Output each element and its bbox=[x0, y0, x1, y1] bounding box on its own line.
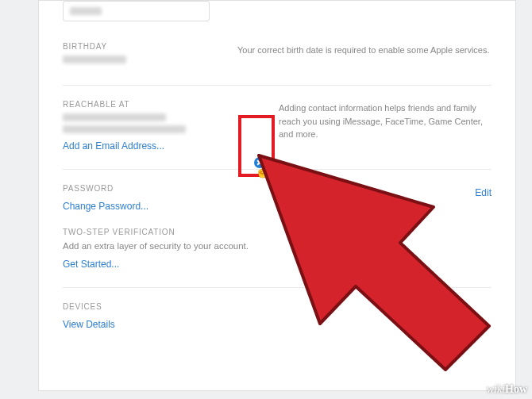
account-settings-panel: BIRTHDAY Your correct birth date is requ… bbox=[38, 0, 516, 391]
birthday-section: BIRTHDAY Your correct birth date is requ… bbox=[63, 28, 492, 86]
birthday-help-text: Your correct birth date is required to e… bbox=[237, 42, 492, 67]
change-security-questions-link[interactable]: Change Qu bbox=[277, 201, 326, 212]
devices-label: DEVICES bbox=[63, 302, 492, 311]
two-step-desc: Add an extra layer of security to your a… bbox=[63, 241, 492, 251]
birthday-value-redacted bbox=[63, 56, 126, 63]
reachable-email-2-redacted bbox=[63, 125, 186, 133]
edit-security-link[interactable]: Edit bbox=[475, 187, 492, 198]
two-step-label: TWO-STEP VERIFICATION bbox=[63, 228, 492, 236]
devices-section: DEVICES View Details bbox=[63, 288, 492, 347]
password-label: PASSWORD bbox=[63, 184, 277, 193]
birthday-label: BIRTHDAY bbox=[63, 42, 237, 51]
security-questions-label: SECURITY bbox=[277, 184, 492, 193]
two-step-get-started-link[interactable]: Get Started... bbox=[63, 259, 119, 270]
wikihow-watermark: wikiHow bbox=[487, 383, 527, 396]
name-input-partial[interactable] bbox=[63, 1, 210, 21]
remove-email-icon[interactable] bbox=[254, 157, 265, 168]
view-devices-link[interactable]: View Details bbox=[63, 319, 115, 330]
reachable-at-section: REACHABLE AT Add an Email Address... Add… bbox=[63, 86, 492, 170]
security-section: PASSWORD Change Password... SECURITY Cha… bbox=[63, 170, 492, 288]
reachable-help-text: Adding contact information helps friends… bbox=[237, 100, 492, 152]
reachable-email-1-redacted bbox=[63, 113, 166, 121]
change-password-link[interactable]: Change Password... bbox=[63, 201, 148, 212]
add-email-link[interactable]: Add an Email Address... bbox=[63, 140, 164, 152]
reachable-at-label: REACHABLE AT bbox=[63, 100, 237, 109]
